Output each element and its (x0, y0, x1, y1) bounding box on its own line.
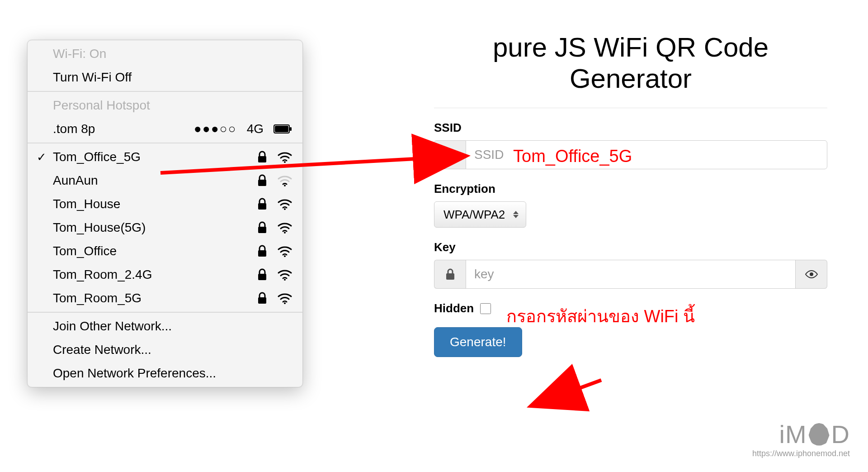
divider (434, 108, 827, 108)
encryption-select[interactable]: WPA/WPA2 (434, 201, 526, 228)
lock-icon (257, 292, 267, 305)
svg-rect-1 (275, 126, 288, 132)
divider (28, 91, 302, 92)
wifi-network-name: Tom_Room_2.4G (53, 265, 152, 285)
svg-point-14 (284, 279, 286, 281)
watermark-brand-prefix: iM (779, 420, 807, 449)
key-label: Key (434, 240, 827, 254)
encryption-label: Encryption (434, 182, 827, 196)
svg-rect-3 (258, 156, 266, 162)
wifi-signal-icon (277, 175, 292, 186)
ssid-input[interactable] (466, 140, 827, 169)
svg-point-21 (810, 272, 813, 276)
eye-icon (804, 269, 819, 279)
wifi-signal-icon (277, 222, 292, 234)
ssid-label: SSID (434, 121, 827, 135)
svg-rect-5 (258, 180, 266, 186)
open-network-prefs-button[interactable]: Open Network Preferences... (28, 362, 302, 385)
svg-point-6 (284, 185, 286, 186)
watermark-url: https://www.iphonemod.net (752, 449, 850, 458)
svg-rect-20 (446, 273, 454, 280)
svg-point-4 (284, 161, 286, 163)
svg-rect-9 (258, 227, 266, 233)
svg-point-16 (284, 302, 286, 304)
checkmark-icon: ✓ (37, 147, 47, 167)
wifi-network-name: Tom_House (53, 194, 120, 214)
lock-icon (257, 268, 267, 281)
hidden-checkbox[interactable] (480, 303, 491, 314)
create-network-button[interactable]: Create Network... (28, 338, 302, 362)
wifi-signal-icon (277, 245, 292, 257)
svg-line-25 (533, 380, 601, 405)
page-title: pure JS WiFi QR Code Generator (434, 32, 827, 94)
wifi-signal-icon (277, 151, 292, 163)
wifi-status-label: Wi-Fi: On (28, 42, 302, 66)
wifi-network-item[interactable]: Tom_Room_5G (28, 286, 302, 310)
wifi-network-item[interactable]: ✓Tom_Office_5G (28, 145, 302, 169)
wifi-network-item[interactable]: Tom_Room_2.4G (28, 263, 302, 286)
wifi-toggle-button[interactable]: Turn Wi-Fi Off (28, 66, 302, 89)
svg-rect-19 (453, 150, 455, 159)
lock-icon (257, 245, 267, 257)
lock-icon (257, 174, 267, 187)
hotspot-name: .tom 8p (53, 119, 95, 139)
key-input[interactable] (466, 260, 796, 289)
lock-icon (257, 221, 267, 234)
svg-rect-13 (258, 274, 266, 280)
generate-button[interactable]: Generate! (434, 327, 522, 357)
wifi-network-item[interactable]: Tom_House(5G) (28, 216, 302, 239)
wifi-network-name: Tom_Office (53, 241, 117, 261)
select-caret-icon (513, 211, 519, 218)
join-other-network-button[interactable]: Join Other Network... (28, 315, 302, 338)
wifi-menu-panel: Wi-Fi: On Turn Wi-Fi Off Personal Hotspo… (27, 40, 303, 387)
wifi-network-name: Tom_House(5G) (53, 218, 146, 238)
wifi-network-name: Tom_Room_5G (53, 288, 142, 308)
lock-icon (257, 151, 267, 163)
lock-icon (434, 260, 466, 289)
svg-rect-15 (258, 297, 266, 304)
svg-rect-18 (449, 153, 451, 159)
wifi-network-item[interactable]: Tom_House (28, 192, 302, 216)
svg-rect-2 (290, 127, 292, 131)
wifi-signal-icon (277, 198, 292, 210)
wifi-network-item[interactable]: AunAun (28, 169, 302, 192)
wifi-network-name: Tom_Office_5G (53, 147, 141, 167)
signal-bars-icon (434, 140, 466, 169)
watermark-brand-suffix: D (831, 420, 850, 449)
hidden-label: Hidden (434, 301, 474, 315)
battery-icon (274, 124, 292, 134)
wifi-network-name: AunAun (53, 171, 98, 191)
wifi-signal-icon (277, 292, 292, 304)
svg-rect-11 (258, 250, 266, 257)
qr-generator-form: pure JS WiFi QR Code Generator SSID Encr… (434, 32, 827, 357)
divider (28, 143, 302, 143)
wifi-signal-icon (277, 269, 292, 281)
svg-rect-17 (445, 156, 447, 159)
svg-point-12 (284, 255, 286, 257)
wifi-network-item[interactable]: Tom_Office (28, 239, 302, 263)
lock-icon (257, 198, 267, 210)
svg-point-8 (284, 208, 286, 210)
reveal-password-button[interactable] (796, 260, 827, 289)
hotspot-header: Personal Hotspot (28, 94, 302, 117)
watermark: iM D https://www.iphonemod.net (752, 420, 850, 458)
apple-icon (809, 423, 830, 446)
divider (28, 312, 302, 313)
signal-dots-icon: ●●●○○ (194, 119, 237, 139)
cell-network-label: 4G (247, 119, 264, 139)
hotspot-item[interactable]: .tom 8p ●●●○○ 4G (28, 117, 302, 141)
svg-point-10 (284, 232, 286, 234)
svg-rect-7 (258, 203, 266, 210)
encryption-value: WPA/WPA2 (443, 208, 505, 222)
